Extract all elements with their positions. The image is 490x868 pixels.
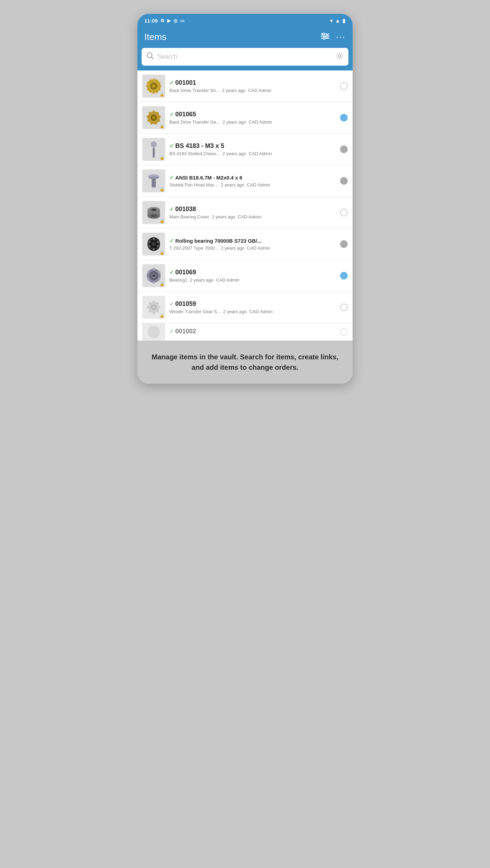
radio-button[interactable] (340, 177, 348, 185)
radio-button[interactable] (340, 209, 348, 216)
svg-rect-83 (153, 311, 154, 314)
check-icon: ✓ (169, 111, 174, 118)
item-thumbnail-wrap: 🔒 (142, 106, 165, 129)
item-selector[interactable] (340, 272, 348, 279)
list-item[interactable]: 🔒 ✓ ANSI B18.6.7M - M2x0.4 x 6 Slotted P… (137, 165, 353, 197)
item-selector[interactable] (340, 303, 348, 311)
item-title-row: ✓ ANSI B18.6.7M - M2x0.4 x 6 (169, 174, 336, 181)
search-settings-icon[interactable] (336, 52, 344, 61)
item-info: ✓ 001038 Main Bearing Cover 2 years ago … (169, 206, 336, 219)
item-meta: Slotted Pan Head Mac... 2 years ago CAD … (169, 182, 336, 187)
item-thumbnail-wrap: 🔒 (142, 201, 165, 224)
check-icon: ✓ (169, 174, 174, 181)
svg-point-65 (149, 241, 151, 243)
item-title-row: ✓ 001059 (169, 300, 336, 308)
list-item-partial: ✓ 001002 (137, 323, 353, 341)
radio-button[interactable] (340, 272, 348, 279)
radio-button (340, 328, 348, 336)
list-item[interactable]: 🔒 ✓ 001001 Back Drive Transfer Sh... 2 y… (137, 70, 353, 102)
search-icon (146, 52, 154, 61)
svg-rect-44 (149, 177, 159, 178)
svg-line-7 (152, 57, 154, 59)
list-item[interactable]: 🔒 ✓ 001059 Winder Transfer Gear S... 2 y… (137, 292, 353, 323)
search-placeholder[interactable]: Search (158, 53, 332, 60)
battery-icon: ▮ (343, 17, 346, 24)
check-icon: ✓ (169, 301, 174, 307)
search-bar[interactable]: Search (142, 48, 348, 66)
search-container: Search (137, 48, 353, 70)
item-thumbnail-wrap (142, 323, 165, 341)
radio-button[interactable] (340, 82, 348, 90)
svg-rect-79 (153, 300, 154, 303)
shield-icon: ▶ (167, 18, 171, 23)
radio-button[interactable] (340, 240, 348, 248)
check-icon: ✓ (169, 80, 174, 86)
status-bar-left: 11:09 ⚙ ▶ ◎ ▭ (144, 18, 184, 24)
bottom-description: Manage items in the vault. Search for it… (137, 341, 353, 384)
svg-rect-15 (159, 85, 161, 87)
settings-icon: ⚙ (160, 18, 164, 23)
svg-point-72 (158, 278, 161, 281)
svg-point-63 (153, 248, 155, 250)
item-meta: Main Bearing Cover 2 years ago CAD Admin (169, 214, 336, 219)
item-thumbnail-wrap: 🔒 (142, 138, 165, 161)
svg-point-8 (339, 55, 341, 57)
item-selector[interactable] (340, 145, 348, 153)
item-selector[interactable] (340, 114, 348, 122)
check-icon: ✓ (169, 143, 174, 149)
item-selector[interactable] (340, 177, 348, 185)
item-selector[interactable] (340, 82, 348, 90)
item-selector[interactable] (340, 209, 348, 216)
list-item[interactable]: 🔒 ✓ 001065 Back Drive Transfer Ge... 2 y… (137, 102, 353, 134)
lock-icon: 🔒 (160, 124, 164, 128)
svg-rect-85 (147, 307, 150, 308)
svg-point-4 (326, 35, 328, 37)
item-title-row: ✓ 001065 (169, 111, 336, 118)
item-info: ✓ 001069 Bearing1 2 years ago CAD Admin (169, 269, 336, 283)
item-number: 001065 (175, 111, 196, 118)
svg-marker-36 (151, 141, 157, 148)
svg-point-74 (147, 278, 150, 281)
item-title-row: ✓ 001069 (169, 269, 336, 276)
radio-button[interactable] (340, 303, 348, 311)
item-info: ✓ 001065 Back Drive Transfer Ge... 2 yea… (169, 111, 336, 125)
item-meta: BS 4183 Slotted Chees... 2 years ago CAD… (169, 151, 336, 156)
status-bar: 11:09 ⚙ ▶ ◎ ▭ ▾ ▲ ▮ (137, 14, 353, 27)
signal-icon: ▲ (335, 18, 340, 24)
item-selector (340, 328, 348, 336)
item-title-row: ✓ 001002 (169, 328, 336, 335)
item-meta: Winder Transfer Gear S... 2 years ago CA… (169, 309, 336, 314)
radio-button[interactable] (340, 114, 348, 122)
item-selector[interactable] (340, 240, 348, 248)
item-thumbnail-wrap: 🔒 (142, 169, 165, 192)
item-title-row: ✓ 001038 (169, 206, 336, 213)
items-list: 🔒 ✓ 001001 Back Drive Transfer Sh... 2 y… (137, 70, 353, 341)
item-meta: T 292-2007 Type 7000... 2 years ago CAD … (169, 245, 336, 251)
list-item[interactable]: 🔒 ✓ 001038 Main Bearing Cover 2 years ag… (137, 197, 353, 228)
lock-icon: 🔒 (160, 156, 164, 160)
item-number: Rolling bearing 70000B S723 GB/... (175, 238, 261, 244)
lock-icon: 🔒 (160, 314, 164, 318)
item-thumbnail-wrap: 🔒 (142, 264, 165, 287)
more-icon[interactable]: ··· (336, 32, 346, 42)
radio-button[interactable] (340, 145, 348, 153)
svg-point-61 (157, 241, 159, 243)
page-title: Items (144, 32, 167, 42)
filter-icon[interactable] (321, 32, 330, 42)
at-icon: ◎ (174, 18, 177, 23)
svg-point-5 (323, 37, 325, 39)
svg-point-26 (152, 116, 155, 119)
list-item[interactable]: 🔒 ✓ 001069 Bearing1 2 years ago CAD Admi… (137, 260, 353, 292)
lock-icon: 🔒 (160, 187, 164, 192)
item-meta: Back Drive Transfer Ge... 2 years ago CA… (169, 119, 336, 125)
item-number: 001069 (175, 269, 196, 276)
item-info: ✓ BS 4183 - M3 x 5 BS 4183 Slotted Chees… (169, 142, 336, 156)
lock-icon: 🔒 (160, 250, 164, 255)
svg-rect-18 (153, 91, 154, 94)
list-item[interactable]: 🔒 ✓ Rolling bearing 70000B S723 GB/... T… (137, 228, 353, 260)
item-info: ✓ 001001 Back Drive Transfer Sh... 2 yea… (169, 79, 336, 93)
svg-point-55 (150, 215, 157, 217)
item-title-row: ✓ 001001 (169, 79, 336, 86)
list-item[interactable]: 🔒 ✓ BS 4183 - M3 x 5 BS 4183 Slotted Che… (137, 134, 353, 165)
item-number: 001001 (175, 79, 196, 86)
